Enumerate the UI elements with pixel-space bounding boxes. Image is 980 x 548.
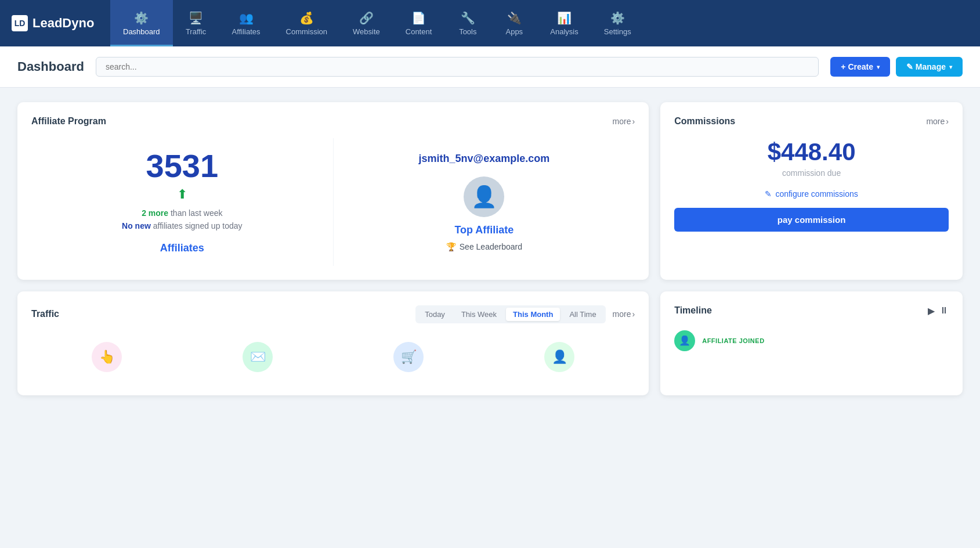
dashboard-icon: ⚙️	[134, 11, 149, 25]
affiliate-stats: 3531 ⬆ 2 more than last week No new affi…	[31, 138, 334, 266]
apps-icon: 🔌	[507, 11, 522, 25]
traffic-title: Traffic	[31, 309, 59, 319]
timeline-header: Timeline ▶ ⏸	[674, 305, 949, 316]
affiliate-program-card: Affiliate Program more › 3531 ⬆ 2 more t…	[17, 102, 649, 280]
trophy-icon: 🏆	[446, 242, 456, 251]
cards-row: Affiliate Program more › 3531 ⬆ 2 more t…	[17, 102, 963, 280]
traffic-header-right: Today This Week This Month All Time more…	[415, 305, 635, 323]
traffic-filters: Today This Week This Month All Time	[415, 305, 605, 323]
traffic-icon-email: ✉️	[243, 342, 273, 372]
affiliate-count: 3531	[146, 150, 219, 182]
commissions-title: Commissions	[674, 116, 735, 127]
commissions-header: Commissions more ›	[674, 116, 949, 127]
configure-commissions-link[interactable]: ✎ configure commissions	[674, 189, 949, 199]
nav-item-dashboard[interactable]: ⚙️ Dashboard	[110, 0, 173, 46]
nav-item-apps[interactable]: 🔌 Apps	[491, 0, 537, 46]
page-title: Dashboard	[17, 59, 84, 74]
commission-icon: 💰	[299, 11, 314, 25]
cart-icon: 🛒	[393, 342, 424, 372]
affiliates-nav-icon: 👥	[239, 11, 254, 25]
avatar-icon: 👤	[471, 185, 497, 209]
edit-icon: ✎	[765, 189, 772, 199]
top-affiliate: jsmith_5nv@example.com 👤 Top Affiliate 🏆…	[334, 138, 635, 266]
avatar: 👤	[464, 176, 504, 217]
commission-due-label: commission due	[674, 168, 949, 178]
commissions-more-chevron-icon: ›	[946, 117, 949, 126]
top-affiliate-label[interactable]: Top Affiliate	[454, 224, 513, 236]
analysis-icon: 📊	[557, 11, 572, 25]
more-chevron-icon: ›	[632, 117, 635, 126]
nav-item-affiliates[interactable]: 👥 Affiliates	[219, 0, 273, 46]
timeline-card: Timeline ▶ ⏸ 👤 AFFILIATE JOINED	[660, 291, 963, 395]
timeline-item: 👤 AFFILIATE JOINED	[674, 326, 949, 356]
nav-item-settings[interactable]: ⚙️ Settings	[591, 0, 644, 46]
trend-description: 2 more than last week No new affiliates …	[122, 207, 243, 233]
tools-icon: 🔧	[461, 11, 475, 25]
nav-item-website[interactable]: 🔗 Website	[340, 0, 393, 46]
logo-icon: LD	[12, 15, 28, 31]
traffic-more-chevron-icon: ›	[632, 309, 635, 319]
pay-commission-button[interactable]: pay commission	[674, 208, 949, 232]
affiliate-content: 3531 ⬆ 2 more than last week No new affi…	[31, 138, 635, 266]
affiliate-program-title: Affiliate Program	[31, 116, 106, 127]
create-chevron-icon: ▾	[877, 64, 880, 70]
website-icon: 🔗	[359, 11, 374, 25]
affiliates-link[interactable]: Affiliates	[160, 242, 204, 254]
cursor-icon: 👆	[92, 342, 122, 372]
timeline-title: Timeline	[674, 305, 712, 316]
manage-chevron-icon: ▾	[949, 64, 952, 70]
nav-item-commission[interactable]: 💰 Commission	[273, 0, 341, 46]
page-header: Dashboard + Create ▾ ✎ Manage ▾	[0, 46, 980, 88]
commissions-more[interactable]: more ›	[926, 117, 949, 126]
header-actions: + Create ▾ ✎ Manage ▾	[830, 57, 963, 77]
traffic-more[interactable]: more ›	[613, 309, 635, 319]
settings-icon: ⚙️	[610, 11, 625, 25]
filter-all-time[interactable]: All Time	[562, 308, 603, 321]
main-nav: LD LeadDyno ⚙️ Dashboard 🖥️ Traffic 👥 Af…	[0, 0, 980, 46]
traffic-card: Traffic Today This Week This Month All T…	[17, 291, 649, 395]
nav-item-traffic[interactable]: 🖥️ Traffic	[173, 0, 219, 46]
create-button[interactable]: + Create ▾	[830, 57, 890, 77]
see-leaderboard-link[interactable]: 🏆 See Leaderboard	[446, 242, 522, 251]
traffic-icon-cursor: 👆	[92, 342, 122, 372]
manage-button[interactable]: ✎ Manage ▾	[896, 57, 963, 77]
commissions-card: Commissions more › $448.40 commission du…	[660, 102, 963, 280]
timeline-play-button[interactable]: ▶	[928, 305, 935, 316]
timeline-pause-button[interactable]: ⏸	[939, 305, 949, 316]
timeline-avatar: 👤	[674, 330, 695, 351]
timeline-event-type: AFFILIATE JOINED	[702, 337, 949, 344]
timeline-controls: ▶ ⏸	[928, 305, 949, 316]
content-icon: 📄	[411, 11, 426, 25]
traffic-icon-list: 👆 ✉️ 🛒 👤	[31, 333, 635, 381]
filter-this-week[interactable]: This Week	[454, 308, 504, 321]
logo-text: LD LeadDyno	[12, 15, 94, 31]
nav-item-tools[interactable]: 🔧 Tools	[444, 0, 491, 46]
bottom-row: Traffic Today This Week This Month All T…	[17, 291, 963, 395]
timeline-info: AFFILIATE JOINED	[702, 337, 949, 344]
nav-items: ⚙️ Dashboard 🖥️ Traffic 👥 Affiliates 💰 C…	[110, 0, 980, 46]
affiliate-program-more[interactable]: more ›	[613, 117, 635, 126]
logo[interactable]: LD LeadDyno	[0, 0, 110, 46]
main-content: Affiliate Program more › 3531 ⬆ 2 more t…	[0, 88, 980, 410]
search-input[interactable]	[96, 57, 819, 77]
affiliate-program-header: Affiliate Program more ›	[31, 116, 635, 127]
traffic-icon: 🖥️	[189, 11, 203, 25]
traffic-icon-cart: 🛒	[393, 342, 424, 372]
commission-amount: $448.40	[674, 138, 949, 166]
email-icon: ✉️	[243, 342, 273, 372]
person-icon: 👤	[544, 342, 574, 372]
traffic-header: Traffic Today This Week This Month All T…	[31, 305, 635, 323]
top-affiliate-email: jsmith_5nv@example.com	[419, 153, 550, 165]
trend-up-icon: ⬆	[177, 187, 187, 202]
nav-item-analysis[interactable]: 📊 Analysis	[537, 0, 591, 46]
filter-this-month[interactable]: This Month	[506, 308, 560, 321]
traffic-icon-person: 👤	[544, 342, 574, 372]
nav-item-content[interactable]: 📄 Content	[393, 0, 445, 46]
filter-today[interactable]: Today	[418, 308, 452, 321]
